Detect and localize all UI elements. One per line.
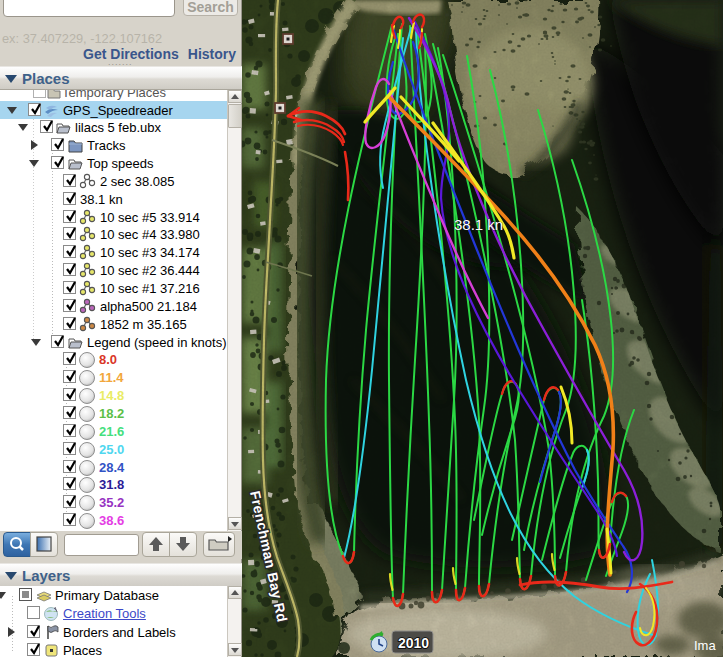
svg-text:Ima: Ima xyxy=(694,638,716,653)
svg-text:38.1 kn: 38.1 kn xyxy=(454,216,503,233)
svg-text:2010: 2010 xyxy=(398,635,429,651)
